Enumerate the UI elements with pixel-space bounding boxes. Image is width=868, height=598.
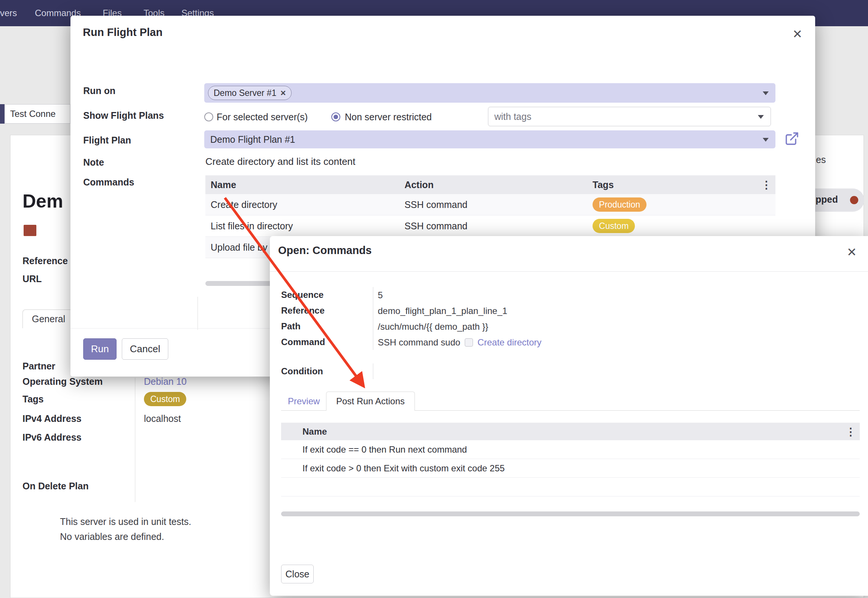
tab-post-run-actions[interactable]: Post Run Actions (326, 392, 415, 411)
ipv4-label: IPv4 Address (22, 413, 81, 424)
note-label: Note (83, 157, 104, 168)
flight-plan-select[interactable]: Demo Flight Plan #1 (204, 130, 775, 148)
action-cell: If exit code == 0 then Run next command (302, 444, 860, 455)
modal-title: Run Flight Plan (83, 26, 163, 39)
table-row-empty[interactable] (281, 478, 860, 496)
close-icon[interactable]: ✕ (847, 245, 857, 259)
divider (198, 297, 198, 330)
test-connection-button[interactable]: Test Conne (4, 104, 70, 124)
radio-selected-servers-label[interactable]: For selected server(s) (217, 112, 308, 123)
header-name[interactable]: Name (205, 179, 399, 190)
table-row[interactable]: If exit code > 0 then Exit with custom e… (281, 459, 860, 478)
field-row-condition: Condition (270, 363, 868, 379)
command-label: Command (281, 337, 325, 347)
cancel-button[interactable]: Cancel (122, 338, 168, 360)
flight-plan-value: Demo Flight Plan #1 (204, 130, 775, 148)
modal-title: Open: Commands (278, 244, 372, 257)
status-text-partial: pped (816, 194, 838, 205)
run-on-label: Run on (83, 85, 115, 96)
chevron-down-icon[interactable] (763, 91, 769, 95)
cell-action: SSH command (399, 199, 587, 210)
reference-label: Reference (281, 305, 325, 316)
cell-divider (373, 287, 373, 303)
cell-divider (373, 363, 373, 379)
reference-label: Reference (22, 256, 68, 266)
server-tag-chip[interactable]: Demo Server #1 ✕ (208, 86, 292, 100)
chevron-down-icon[interactable] (763, 138, 769, 142)
cell-name: Create directory (205, 199, 399, 210)
sequence-value[interactable]: 5 (378, 290, 383, 300)
chevron-down-icon[interactable] (758, 115, 764, 119)
cell-tags: Production (587, 197, 775, 212)
remove-tag-icon[interactable]: ✕ (280, 89, 286, 97)
tags-value: Custom (144, 392, 186, 406)
header-divider (270, 271, 868, 272)
field-row-path: Path /such/much/{{ demo_path }} (270, 318, 868, 334)
tab-general[interactable]: General (22, 309, 75, 328)
color-swatch[interactable] (24, 225, 36, 236)
radio-non-server-restricted-label[interactable]: Non server restricted (345, 112, 432, 123)
commands-label: Commands (83, 177, 134, 188)
sequence-label: Sequence (281, 290, 323, 300)
field-divider (135, 378, 135, 502)
cell-divider (373, 334, 373, 350)
radio-non-server-restricted[interactable] (331, 112, 340, 121)
commands-table-header: Name Action Tags ⋮ (205, 175, 775, 194)
custom-badge: Custom (593, 219, 635, 233)
screen: vers Commands Files Tools Settings Test … (0, 0, 868, 598)
radio-selected-servers[interactable] (204, 112, 213, 121)
on-delete-plan-label: On Delete Plan (22, 481, 88, 492)
partner-label: Partner (22, 361, 55, 372)
table-header: Name ⋮ (281, 423, 860, 440)
command-text[interactable]: SSH command sudo (378, 337, 460, 348)
command-value: SSH command sudo Create directory (378, 337, 542, 348)
operating-system-value[interactable]: Debian 10 (144, 376, 187, 387)
header-name[interactable]: Name (302, 426, 860, 437)
path-value[interactable]: /such/much/{{ demo_path }} (378, 321, 488, 332)
table-row[interactable]: List files in directory SSH command Cust… (205, 215, 775, 237)
reference-value[interactable]: demo_flight_plan_1_plan_line_1 (378, 306, 507, 316)
close-button[interactable]: Close (281, 565, 314, 583)
tab-preview[interactable]: Preview (288, 396, 320, 407)
right-text-partial: es (816, 154, 826, 165)
create-directory-link[interactable]: Create directory (477, 337, 542, 348)
field-row-sequence: Sequence 5 (270, 287, 868, 303)
kebab-menu-icon[interactable]: ⋮ (761, 179, 772, 191)
external-link-icon[interactable] (784, 131, 799, 146)
tags-label: Tags (22, 394, 44, 405)
post-run-actions-table: Name ⋮ If exit code == 0 then Run next c… (281, 423, 860, 496)
unit-test-note-2: No variables are defined. (60, 531, 164, 542)
with-tags-select[interactable]: with tags (488, 107, 771, 126)
close-icon[interactable]: ✕ (792, 27, 802, 41)
cell-tags: Custom (587, 219, 775, 233)
field-row-command: Command SSH command sudo Create director… (270, 334, 868, 350)
cell-divider (373, 318, 373, 334)
partial-button[interactable] (0, 104, 4, 124)
flight-plan-label: Flight Plan (83, 135, 131, 146)
server-tag-label: Demo Server #1 (214, 88, 276, 98)
nav-item-servers-partial[interactable]: vers (0, 0, 17, 26)
run-on-field[interactable]: Demo Server #1 ✕ (204, 83, 775, 103)
cell-name: List files in directory (205, 221, 399, 232)
cell-action: SSH command (399, 221, 587, 232)
action-cell: If exit code > 0 then Exit with custom e… (302, 463, 860, 474)
path-label: Path (281, 321, 301, 332)
url-label: URL (22, 274, 42, 284)
header-action[interactable]: Action (399, 179, 587, 190)
run-button[interactable]: Run (83, 338, 117, 360)
with-tags-placeholder: with tags (494, 111, 531, 122)
table-row[interactable]: Create directory SSH command Production (205, 194, 775, 215)
table-row[interactable]: If exit code == 0 then Run next command (281, 440, 860, 459)
unit-test-note-1: This server is used in unit tests. (60, 516, 191, 527)
server-title-partial: Dem (22, 190, 63, 212)
open-commands-modal: Open: Commands ✕ Sequence 5 Reference de… (270, 236, 868, 596)
header-tags[interactable]: Tags (587, 179, 775, 190)
status-dot (850, 196, 858, 204)
create-directory-checkbox[interactable] (465, 338, 473, 347)
kebab-menu-icon[interactable]: ⋮ (846, 425, 856, 438)
field-row-reference: Reference demo_flight_plan_1_plan_line_1 (270, 303, 868, 318)
ipv6-label: IPv6 Address (22, 432, 81, 443)
operating-system-label: Operating System (22, 376, 103, 387)
horizontal-scrollbar[interactable] (281, 511, 860, 516)
show-flight-plans-label: Show Flight Plans (83, 110, 164, 121)
